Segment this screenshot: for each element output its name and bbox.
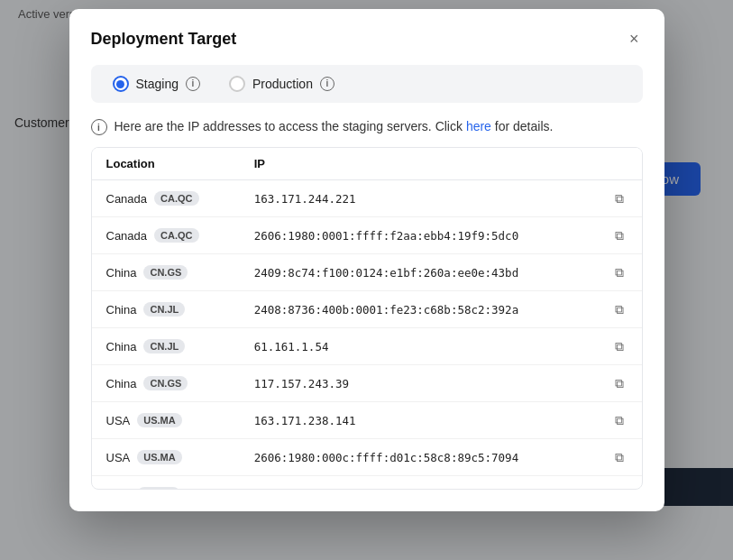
copy-icon — [615, 227, 624, 243]
table-row: Canada CA.QC 2606:1980:0001:ffff:f2aa:eb… — [92, 217, 642, 254]
location-cell: USA US.MA — [92, 439, 240, 476]
region-badge: US.CA — [137, 487, 180, 490]
location-cell: China CN.GS — [92, 254, 240, 291]
notice-text: Here are the IP addresses to access the … — [115, 117, 554, 136]
ip-cell: 2409:8c74:f100:0124:e1bf:260a:ee0e:43bd — [240, 254, 597, 291]
ip-cell: 163.171.238.141 — [240, 402, 597, 439]
location-cell: USA US.CA — [92, 476, 240, 491]
copy-icon — [615, 412, 624, 428]
copy-cell — [597, 365, 642, 402]
ip-value: 61.161.1.54 — [254, 340, 329, 353]
copy-ip-button[interactable] — [611, 410, 628, 430]
copy-ip-button[interactable] — [611, 484, 628, 490]
ip-cell: 2606:1980:000c:ffff:d01c:58c8:89c5:7094 — [240, 439, 597, 476]
ip-value: 163.171.229.160 — [254, 488, 356, 491]
region-badge: US.MA — [137, 413, 181, 427]
ip-table-container: Location IP Canada CA.QC 163.171.244.221… — [91, 147, 643, 490]
copy-cell — [597, 328, 642, 365]
ip-value: 2606:1980:0001:ffff:f2aa:ebb4:19f9:5dc0 — [254, 229, 519, 243]
ip-cell: 2408:8736:400b:0001:fe23:c68b:58c2:392a — [240, 291, 597, 328]
location-cell: China CN.GS — [92, 365, 240, 402]
copy-ip-button[interactable] — [611, 299, 628, 319]
country-name: China — [106, 340, 137, 353]
notice-link[interactable]: here — [466, 119, 491, 133]
copy-icon — [615, 449, 624, 465]
table-row: China CN.GS 2409:8c74:f100:0124:e1bf:260… — [92, 254, 642, 291]
table-row: China CN.JL 2408:8736:400b:0001:fe23:c68… — [92, 291, 642, 328]
tab-production-label: Production — [252, 77, 313, 91]
col-header-location: Location — [92, 148, 240, 180]
region-badge: CN.GS — [143, 376, 188, 390]
copy-ip-button[interactable] — [611, 225, 628, 245]
table-row: USA US.CA 163.171.229.160 — [92, 476, 642, 491]
notice-info-icon: i — [91, 119, 107, 135]
copy-icon — [615, 301, 624, 317]
country-name: China — [106, 303, 137, 317]
ip-value: 2606:1980:000c:ffff:d01c:58c8:89c5:7094 — [254, 451, 519, 464]
staging-info-icon[interactable]: i — [186, 77, 200, 91]
copy-cell — [597, 402, 642, 439]
table-row: USA US.MA 163.171.238.141 — [92, 402, 642, 439]
copy-cell — [597, 217, 642, 254]
table-row: USA US.MA 2606:1980:000c:ffff:d01c:58c8:… — [92, 439, 642, 476]
tab-production[interactable]: Production i — [229, 76, 334, 92]
info-notice: i Here are the IP addresses to access th… — [69, 117, 664, 147]
ip-value: 2408:8736:400b:0001:fe23:c68b:58c2:392a — [254, 303, 519, 317]
modal-backdrop: Deployment Target × Staging i Production… — [0, 0, 733, 560]
location-cell: China CN.JL — [92, 291, 240, 328]
ip-cell: 117.157.243.39 — [240, 365, 597, 402]
location-cell: China CN.JL — [92, 328, 240, 365]
tab-staging-label: Staging — [136, 77, 179, 91]
country-name: USA — [106, 451, 131, 464]
copy-ip-button[interactable] — [611, 336, 628, 356]
ip-table: Location IP Canada CA.QC 163.171.244.221… — [92, 148, 642, 490]
country-name: China — [106, 266, 137, 280]
copy-ip-button[interactable] — [611, 447, 628, 467]
ip-cell: 61.161.1.54 — [240, 328, 597, 365]
region-badge: CA.QC — [154, 228, 198, 243]
copy-cell — [597, 254, 642, 291]
country-name: USA — [106, 488, 131, 491]
table-row: Canada CA.QC 163.171.244.221 — [92, 180, 642, 217]
copy-ip-button[interactable] — [611, 373, 628, 393]
ip-value: 2409:8c74:f100:0124:e1bf:260a:ee0e:43bd — [254, 266, 519, 280]
col-header-ip: IP — [240, 148, 597, 180]
radio-staging-inner — [116, 80, 124, 88]
ip-value: 163.171.238.141 — [254, 414, 356, 427]
copy-ip-button[interactable] — [611, 262, 628, 282]
copy-ip-button[interactable] — [611, 188, 628, 208]
region-badge: CN.JL — [143, 339, 185, 353]
country-name: China — [106, 377, 137, 390]
deployment-target-modal: Deployment Target × Staging i Production… — [69, 9, 664, 511]
region-badge: CN.JL — [143, 302, 185, 317]
copy-cell — [597, 291, 642, 328]
ip-cell: 163.171.244.221 — [240, 180, 597, 217]
radio-production[interactable] — [229, 76, 245, 92]
modal-title: Deployment Target — [91, 30, 237, 49]
copy-icon — [615, 375, 624, 391]
country-name: Canada — [106, 192, 148, 206]
ip-cell: 163.171.229.160 — [240, 476, 597, 491]
copy-icon — [615, 264, 624, 280]
production-info-icon[interactable]: i — [320, 77, 334, 91]
copy-cell — [597, 439, 642, 476]
col-header-action — [597, 148, 642, 180]
ip-cell: 2606:1980:0001:ffff:f2aa:ebb4:19f9:5dc0 — [240, 217, 597, 254]
location-cell: Canada CA.QC — [92, 217, 240, 254]
region-badge: CA.QC — [154, 191, 198, 206]
modal-close-button[interactable]: × — [626, 27, 643, 50]
radio-staging[interactable] — [113, 76, 129, 92]
modal-header: Deployment Target × — [69, 9, 664, 65]
region-badge: US.MA — [137, 450, 181, 464]
tab-staging[interactable]: Staging i — [113, 76, 200, 92]
copy-icon — [615, 190, 624, 207]
table-header-row: Location IP — [92, 148, 642, 180]
ip-value: 163.171.244.221 — [254, 192, 356, 206]
copy-icon — [615, 486, 624, 490]
copy-icon — [615, 338, 624, 354]
location-cell: Canada CA.QC — [92, 180, 240, 217]
notice-text-before: Here are the IP addresses to access the … — [115, 119, 466, 133]
region-badge: CN.GS — [143, 265, 188, 280]
copy-cell — [597, 180, 642, 217]
tab-row: Staging i Production i — [91, 65, 643, 103]
